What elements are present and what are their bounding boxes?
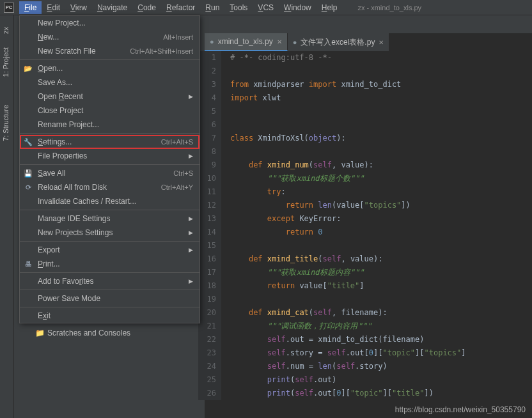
- line-number: 8: [198, 145, 216, 159]
- menu-item-label: Exit: [38, 311, 51, 320]
- line-number-gutter: 1234567891011121314151617181920212223242…: [198, 51, 221, 400]
- menu-item-new-projects-settings[interactable]: New Projects Settings▶: [20, 226, 199, 240]
- code-line: # -*- coding:utf-8 -*-: [230, 51, 466, 65]
- code-line: def xmind_num(self, value):: [230, 159, 466, 172]
- line-number: 10: [198, 172, 216, 185]
- code-editor[interactable]: # -*- coding:utf-8 -*- from xmindparser …: [230, 51, 466, 400]
- menu-item-exit[interactable]: Exit: [20, 309, 199, 323]
- menu-window[interactable]: Window: [279, 1, 317, 14]
- code-line: import xlwt: [230, 91, 466, 105]
- code-line: from xmindparser import xmind_to_dict: [230, 78, 466, 91]
- menu-separator: [20, 164, 199, 165]
- menu-separator: [20, 241, 199, 242]
- menu-refactor[interactable]: Refactor: [161, 1, 200, 14]
- menu-item-power-save-mode[interactable]: Power Save Mode: [20, 291, 199, 306]
- code-line: return 0: [230, 226, 466, 239]
- menu-run[interactable]: Run: [200, 1, 224, 14]
- code-line: [230, 65, 466, 78]
- menu-item-label: File Properties: [38, 151, 87, 160]
- line-number: 5: [198, 105, 216, 118]
- menu-item-label: Open Recent: [38, 92, 83, 101]
- line-number: 26: [198, 387, 216, 400]
- menu-item-label: Save All: [38, 169, 65, 178]
- code-line: print(self.out): [230, 373, 466, 387]
- menu-item-new[interactable]: New...Alt+Insert: [20, 30, 199, 44]
- menu-separator: [20, 307, 199, 307]
- menu-item-open-recent[interactable]: Open Recent▶: [20, 89, 199, 104]
- tree-scratches[interactable]: 📁 Scratches and Consoles: [26, 326, 189, 340]
- menu-edit[interactable]: Edit: [42, 1, 65, 14]
- line-number: 20: [198, 306, 216, 320]
- code-line: return value["title"]: [230, 279, 466, 293]
- menu-separator: [20, 133, 199, 134]
- menu-item-label: Reload All from Disk: [38, 183, 107, 192]
- line-number: 11: [198, 185, 216, 199]
- menu-item-new-project[interactable]: New Project...: [20, 16, 199, 30]
- editor-tab[interactable]: ●文件写入excel表格.py✕: [288, 33, 390, 51]
- menu-shortcut: Ctrl+S: [173, 169, 193, 177]
- menu-item-add-to-favorites[interactable]: Add to Favorites▶: [20, 274, 199, 288]
- line-number: 15: [198, 239, 216, 252]
- line-number: 14: [198, 226, 216, 239]
- print-icon: 🖶: [24, 259, 33, 268]
- menu-item-rename-project[interactable]: Rename Project...: [20, 118, 199, 132]
- editor-tab[interactable]: ●xmind_to_xls.py✕: [205, 33, 288, 51]
- close-icon[interactable]: ✕: [277, 38, 282, 45]
- menu-vcs[interactable]: VCS: [253, 1, 279, 14]
- code-line: class XmindToXsl(object):: [230, 132, 466, 145]
- menu-navigate[interactable]: Navigate: [92, 1, 132, 14]
- reload-icon: ⟳: [24, 183, 33, 192]
- menu-item-file-properties[interactable]: File Properties▶: [20, 149, 199, 163]
- code-line: except KeyError:: [230, 212, 466, 226]
- close-icon[interactable]: ✕: [379, 39, 384, 46]
- menu-item-close-project[interactable]: Close Project: [20, 104, 199, 118]
- line-number: 24: [198, 360, 216, 373]
- left-tool-rail: zx 1: Project 7: Structure: [0, 15, 14, 418]
- submenu-arrow-icon: ▶: [189, 153, 193, 159]
- tab-label: 文件写入excel表格.py: [301, 37, 375, 48]
- code-line: [230, 293, 466, 306]
- menu-item-open[interactable]: 📂Open...: [20, 61, 199, 75]
- menu-view[interactable]: View: [65, 1, 92, 14]
- submenu-arrow-icon: ▶: [189, 247, 193, 253]
- menu-separator: [20, 272, 199, 273]
- scratches-icon: 📁: [35, 329, 44, 337]
- menu-item-invalidate-caches-restart[interactable]: Invalidate Caches / Restart...: [20, 194, 199, 208]
- line-number: 9: [198, 159, 216, 172]
- code-line: return len(value["topics"]): [230, 199, 466, 212]
- line-number: 1: [198, 51, 216, 65]
- menu-help[interactable]: Help: [317, 1, 343, 14]
- rail-project-tab[interactable]: 1: Project: [2, 47, 10, 77]
- window-title: zx - xmind_to_xls.py: [357, 4, 421, 12]
- code-line: [230, 105, 466, 118]
- code-line: self.num = len(self.story): [230, 360, 466, 373]
- line-number: 18: [198, 279, 216, 293]
- menu-item-manage-ide-settings[interactable]: Manage IDE Settings▶: [20, 212, 199, 226]
- menu-code[interactable]: Code: [132, 1, 161, 14]
- menu-item-settings[interactable]: 🔧Settings...Ctrl+Alt+S: [20, 135, 199, 149]
- tree-scratches-label: Scratches and Consoles: [47, 329, 130, 337]
- menu-item-print[interactable]: 🖶Print...: [20, 257, 199, 271]
- wrench-icon: 🔧: [24, 137, 33, 146]
- code-line: print(self.out[0]["topic"]["title"]): [230, 387, 466, 400]
- code-line: """调试函数，打印内容用""": [230, 320, 466, 333]
- menu-shortcut: Ctrl+Alt+Shift+Insert: [130, 47, 193, 55]
- code-line: self.story = self.out[0]["topic"]["topic…: [230, 346, 466, 360]
- menu-item-label: Close Project: [38, 106, 83, 115]
- menu-tools[interactable]: Tools: [224, 1, 253, 14]
- menu-item-label: Settings...: [38, 137, 72, 146]
- rail-structure-tab[interactable]: 7: Structure: [2, 105, 10, 141]
- menu-item-reload-all-from-disk[interactable]: ⟳Reload All from DiskCtrl+Alt+Y: [20, 180, 199, 194]
- line-number: 19: [198, 293, 216, 306]
- line-number: 22: [198, 333, 216, 346]
- submenu-arrow-icon: ▶: [189, 229, 193, 236]
- menu-file[interactable]: File: [19, 1, 42, 14]
- submenu-arrow-icon: ▶: [189, 93, 193, 100]
- menu-item-new-scratch-file[interactable]: New Scratch FileCtrl+Alt+Shift+Insert: [20, 44, 199, 58]
- menu-item-export[interactable]: Export▶: [20, 243, 199, 257]
- menu-item-label: Export: [38, 245, 60, 254]
- menu-item-save-all[interactable]: 💾Save AllCtrl+S: [20, 166, 199, 180]
- rail-zx-label[interactable]: zx: [2, 27, 10, 34]
- menu-item-label: New...: [38, 33, 59, 42]
- menu-item-save-as[interactable]: Save As...: [20, 75, 199, 89]
